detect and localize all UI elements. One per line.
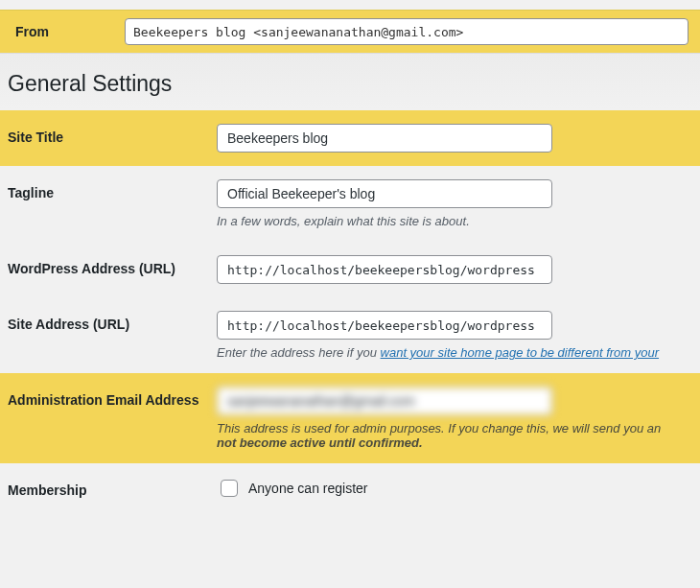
membership-checkbox[interactable] (221, 480, 238, 497)
tagline-input[interactable] (217, 179, 552, 208)
tagline-field: In a few words, explain what this site i… (217, 179, 692, 228)
admin-email-desc: This address is used for admin purposes.… (217, 421, 692, 450)
membership-checkbox-label: Anyone can register (248, 481, 368, 496)
from-input-wrapper (125, 18, 688, 45)
admin-email-label: Administration Email Address (8, 387, 217, 408)
wp-url-label: WordPress Address (URL) (8, 255, 217, 276)
from-input[interactable] (125, 18, 688, 45)
row-membership: Membership Anyone can register (0, 463, 700, 517)
site-url-desc-link[interactable]: want your site home page to be different… (381, 345, 660, 360)
membership-checkbox-row: Anyone can register (217, 477, 692, 500)
wp-url-input[interactable] (217, 255, 552, 284)
tagline-desc: In a few words, explain what this site i… (217, 214, 692, 228)
site-url-label: Site Address (URL) (8, 311, 217, 332)
site-title-label: Site Title (8, 124, 217, 145)
admin-email-input[interactable] (217, 387, 552, 415)
site-url-input[interactable] (217, 311, 552, 340)
membership-label: Membership (8, 477, 217, 498)
row-tagline: Tagline In a few words, explain what thi… (0, 166, 700, 242)
page-title: General Settings (8, 71, 700, 105)
row-site-title: Site Title (0, 110, 700, 166)
page-header: General Settings (0, 53, 700, 110)
site-url-field: Enter the address here if you want your … (217, 311, 692, 360)
admin-email-desc-prefix: This address is used for admin purposes.… (217, 421, 661, 435)
membership-field: Anyone can register (217, 477, 692, 500)
site-url-desc-prefix: Enter the address here if you (217, 345, 381, 360)
row-admin-email: Administration Email Address This addres… (0, 373, 700, 463)
tagline-label: Tagline (8, 179, 217, 200)
row-wp-url: WordPress Address (URL) (0, 242, 700, 297)
from-bar: From (0, 10, 700, 53)
wp-url-field (217, 255, 692, 284)
from-label: From (12, 24, 125, 39)
admin-email-field: This address is used for admin purposes.… (217, 387, 692, 450)
admin-email-desc-strong: not become active until confirmed. (217, 435, 423, 450)
row-site-url: Site Address (URL) Enter the address her… (0, 297, 700, 373)
site-title-field (217, 124, 692, 153)
site-title-input[interactable] (217, 124, 552, 153)
site-url-desc: Enter the address here if you want your … (217, 345, 692, 360)
